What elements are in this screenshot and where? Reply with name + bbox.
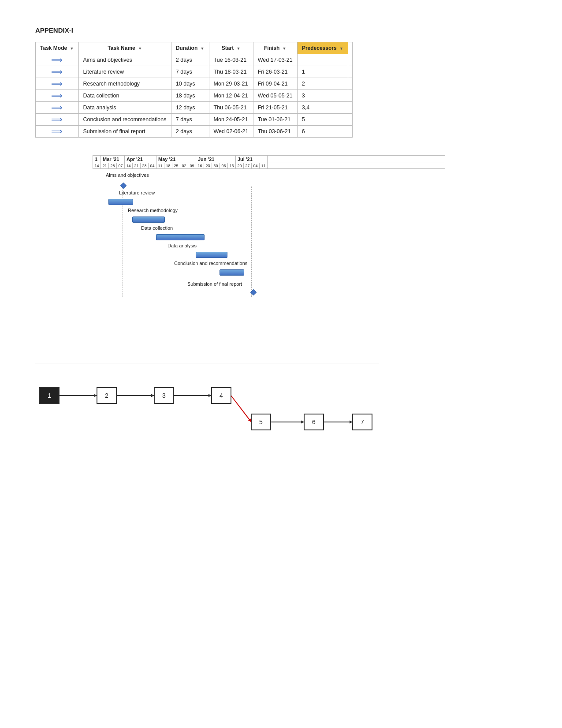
col-predecessors: Predecessors ▼	[297, 42, 348, 54]
gantt-day-cell: 04	[149, 163, 156, 168]
task-mode-icon: ⟹	[51, 104, 63, 112]
gantt-day-cell: 23	[204, 163, 212, 168]
gantt-day-cell: 13	[228, 163, 236, 168]
task-name-cell: Conclusion and recommendations	[78, 114, 171, 126]
filter-arrow-mode[interactable]: ▼	[70, 46, 74, 51]
gantt-day-cell: 20	[236, 163, 244, 168]
gantt-task-label: Data collection	[141, 225, 173, 231]
task-mode-icon: ⟹	[51, 56, 63, 64]
extra-col	[348, 78, 353, 90]
gantt-day-header: 1421280714212804111825020916233006132027…	[93, 163, 445, 169]
table-row: ⟹Research methodology10 daysMon 29-03-21…	[36, 78, 353, 90]
gantt-day-cell: 28	[109, 163, 117, 168]
task-name-cell: Research methodology	[78, 78, 171, 90]
network-node-label: 1	[48, 392, 51, 399]
task-finish-cell: Wed 17-03-21	[253, 54, 297, 66]
task-start-cell: Tue 16-03-21	[209, 54, 253, 66]
task-name-cell: Data collection	[78, 90, 171, 102]
gantt-task-label: Conclusion and recommendations	[174, 261, 247, 266]
gantt-day-cell: 02	[180, 163, 188, 168]
gantt-month-cell: Mar '21	[101, 156, 125, 163]
task-mode-cell: ⟹	[36, 54, 79, 66]
network-edge	[231, 396, 251, 422]
gantt-task-label: Research methodology	[128, 208, 178, 213]
gantt-day-cell: 25	[172, 163, 180, 168]
gantt-bar	[156, 234, 205, 240]
gantt-day-cell: 07	[117, 163, 125, 168]
gantt-day-cell: 21	[133, 163, 141, 168]
task-mode-cell: ⟹	[36, 78, 79, 90]
extra-col	[348, 66, 353, 78]
task-duration-cell: 12 days	[171, 102, 209, 114]
task-finish-cell: Fri 26-03-21	[253, 66, 297, 78]
table-row: ⟹Aims and objectives2 daysTue 16-03-21We…	[36, 54, 353, 66]
task-duration-cell: 10 days	[171, 78, 209, 90]
col-task-name: Task Name ▼	[78, 42, 171, 54]
task-start-cell: Mon 29-03-21	[209, 78, 253, 90]
gantt-day-cell: 30	[212, 163, 220, 168]
task-mode-cell: ⟹	[36, 66, 79, 78]
task-name-cell: Aims and objectives	[78, 54, 171, 66]
network-node-label: 6	[312, 418, 316, 426]
col-duration: Duration ▼	[171, 42, 209, 54]
gantt-day-cell: 04	[252, 163, 260, 168]
table-row: ⟹Conclusion and recommendations7 daysMon…	[36, 114, 353, 126]
task-name-cell: Literature review	[78, 66, 171, 78]
gantt-day-cell: 27	[244, 163, 252, 168]
col-extra	[348, 42, 353, 54]
filter-arrow-start[interactable]: ▼	[236, 46, 240, 51]
gantt-task-label: Data analysis	[167, 243, 197, 248]
network-arrowhead	[151, 394, 154, 397]
extra-col	[348, 54, 353, 66]
gantt-task-label: Submission of final report	[187, 281, 242, 287]
task-mode-cell: ⟹	[36, 126, 79, 138]
gantt-day-cell: 21	[101, 163, 109, 168]
task-predecessors-cell: 5	[297, 114, 348, 126]
gantt-connector	[251, 187, 252, 297]
gantt-day-cell: 11	[156, 163, 164, 168]
gantt-day-cell: 06	[220, 163, 228, 168]
task-finish-cell: Fri 21-05-21	[253, 102, 297, 114]
extra-col	[348, 102, 353, 114]
network-diagram: 1234567	[35, 363, 379, 442]
appendix-title: APPENDIX-I	[35, 26, 527, 34]
table-row: ⟹Data collection18 daysMon 12-04-21Wed 0…	[36, 90, 353, 102]
gantt-month-cell: Jul '21	[236, 156, 268, 163]
extra-col	[348, 114, 353, 126]
table-row: ⟹Literature review7 daysThu 18-03-21Fri …	[36, 66, 353, 78]
task-duration-cell: 2 days	[171, 54, 209, 66]
gantt-table: Task Mode ▼ Task Name ▼ Duration ▼ Start…	[35, 42, 353, 138]
gantt-day-cell: 28	[141, 163, 149, 168]
task-mode-icon: ⟹	[51, 92, 63, 100]
filter-arrow-pred[interactable]: ▼	[339, 46, 343, 51]
gantt-day-cell: 18	[164, 163, 172, 168]
table-row: ⟹Submission of final report2 daysWed 02-…	[36, 126, 353, 138]
gantt-day-cell: 11	[260, 163, 268, 168]
task-start-cell: Wed 02-06-21	[209, 126, 253, 138]
extra-col	[348, 90, 353, 102]
filter-arrow-name[interactable]: ▼	[138, 46, 142, 51]
gantt-task-label: Literature review	[119, 190, 155, 195]
network-node-label: 5	[259, 418, 263, 426]
network-arrowhead	[301, 421, 304, 424]
task-mode-cell: ⟹	[36, 102, 79, 114]
gantt-day-cell: 14	[93, 163, 101, 168]
filter-arrow-finish[interactable]: ▼	[283, 46, 287, 51]
task-duration-cell: 2 days	[171, 126, 209, 138]
filter-arrow-duration[interactable]: ▼	[201, 46, 205, 51]
col-task-mode: Task Mode ▼	[36, 42, 79, 54]
gantt-milestone	[120, 183, 127, 189]
task-predecessors-cell: 2	[297, 78, 348, 90]
network-svg: 1234567	[35, 363, 379, 442]
gantt-day-cell: 16	[196, 163, 204, 168]
gantt-bar	[196, 252, 227, 258]
gantt-day-cell: 14	[125, 163, 133, 168]
task-predecessors-cell: 3,4	[297, 102, 348, 114]
task-predecessors-cell	[297, 54, 348, 66]
network-arrowhead	[94, 394, 97, 397]
gantt-bar	[108, 199, 133, 205]
task-name-cell: Data analysis	[78, 102, 171, 114]
task-predecessors-cell: 6	[297, 126, 348, 138]
task-start-cell: Thu 06-05-21	[209, 102, 253, 114]
task-predecessors-cell: 1	[297, 66, 348, 78]
